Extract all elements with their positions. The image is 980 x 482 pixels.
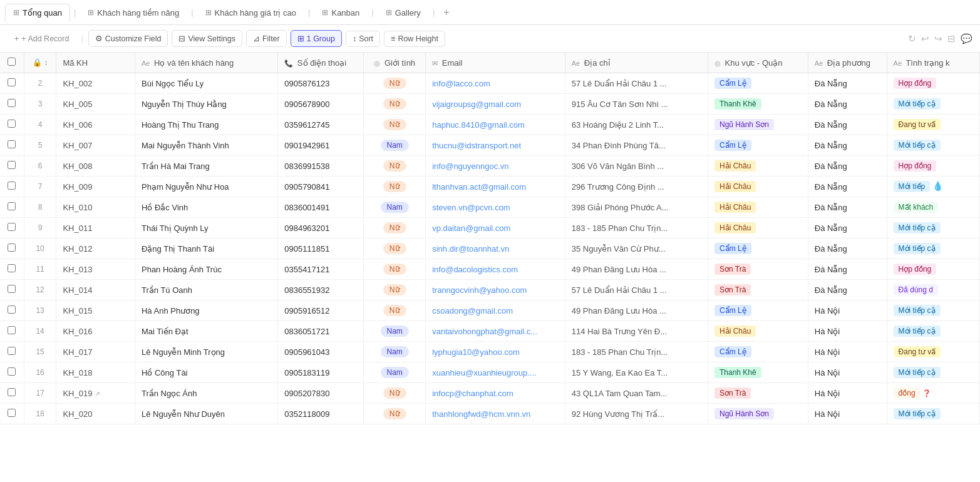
row-checkbox[interactable] — [8, 161, 16, 169]
th-dia-chi[interactable]: Ae Địa chỉ — [565, 53, 708, 73]
tab-tong-quan[interactable]: ⊞ Tổng quan — [5, 4, 70, 21]
gender-badge: Nữ — [383, 284, 406, 295]
email-link[interactable]: thucnu@idstransport.net — [432, 141, 521, 150]
row-checkbox[interactable] — [8, 182, 16, 190]
row-checkbox[interactable] — [8, 326, 16, 334]
row-checkbox[interactable] — [8, 305, 16, 314]
tab-khach-hang-tiem-nang[interactable]: ⊞ Khách hàng tiềm năng — [80, 4, 187, 21]
email-link[interactable]: lyphugia10@yahoo.com — [432, 347, 520, 357]
cell-gioi-tinh: Nữ — [364, 280, 426, 300]
cell-khu-vuc: Ngũ Hành Sơn — [708, 404, 808, 424]
cell-ho-ten: Nguyễn Thị Thúy Hằng — [135, 94, 277, 115]
cell-dia-chi: 915 Âu Cơ Tân Sơn Nhì ... — [565, 94, 708, 115]
group-icon: ⊞ — [297, 34, 304, 43]
row-checkbox[interactable] — [8, 285, 16, 293]
row-checkbox[interactable] — [8, 99, 16, 107]
th-sdt[interactable]: 📞 Số điện thoại — [278, 53, 364, 73]
group-button[interactable]: ⊞ 1 Group — [291, 30, 342, 47]
add-icon: + — [14, 34, 19, 43]
row-checkbox[interactable] — [8, 264, 16, 272]
cell-dia-phuong: Hà Nội — [808, 383, 887, 404]
status-badge: Mới tiếp cậ — [894, 367, 941, 378]
email-link[interactable]: vp.daitan@gmail.com — [432, 223, 510, 233]
gender-badge: Nam — [381, 140, 409, 151]
th-ma-kh[interactable]: Mã KH — [56, 53, 135, 73]
cell-email: haphuc.8410@gmail.com — [426, 115, 565, 135]
email-link[interactable]: tranngocvinh@yahoo.com — [432, 285, 527, 295]
th-khu-vuc[interactable]: ◎ Khu vực - Quận — [708, 53, 808, 73]
cell-ho-ten: Lê Nguyễn Minh Trọng — [135, 342, 277, 362]
cell-sdt: 0905790841 — [278, 177, 364, 197]
status-badge: Mất khách — [894, 202, 939, 213]
cell-email: lthanhvan.act@gmail.com — [426, 177, 565, 197]
th-email[interactable]: ✉ Email — [426, 53, 565, 73]
email-link[interactable]: lthanhvan.act@gmail.com — [432, 182, 526, 192]
email-link[interactable]: sinh.dir@toannhat.vn — [432, 244, 509, 254]
email-link[interactable]: vijaigroupsg@gmail.com — [432, 100, 521, 109]
th-tinh-trang[interactable]: Ae Tình trạng k — [887, 53, 979, 73]
cell-dia-chi: 49 Phan Đăng Lưu Hòa ... — [565, 259, 708, 280]
view-settings-button[interactable]: ⊟ View Settings — [172, 30, 242, 47]
row-checkbox[interactable] — [8, 120, 16, 128]
th-gioi-tinh[interactable]: ◎ Giới tính — [364, 53, 426, 73]
th-ho-ten[interactable]: Ae Họ và tên khách hàng — [135, 53, 277, 73]
email-link[interactable]: info@nguyenngoc.vn — [432, 162, 508, 171]
cell-gioi-tinh: Nam — [364, 135, 426, 156]
cell-ho-ten: Phạm Nguyễn Như Hoa — [135, 177, 277, 197]
row-checkbox[interactable] — [8, 223, 16, 231]
cell-khu-vuc: Cẩm Lệ — [708, 135, 808, 156]
tab-bar: ⊞ Tổng quan | ⊞ Khách hàng tiềm năng | ⊞… — [0, 0, 980, 25]
tab-khach-hang-gia-tri-cao[interactable]: ⊞ Khách hàng giá trị cao — [197, 4, 304, 21]
undo-icon[interactable]: ↩ — [921, 33, 929, 44]
tab-kanban[interactable]: ⊞ Kanban — [314, 4, 368, 21]
tab-add-icon[interactable]: + — [438, 7, 454, 18]
email-link[interactable]: csoadong@gmail.com — [432, 306, 513, 315]
th-dia-phuong[interactable]: Ae Địa phương — [808, 53, 887, 73]
tab-gallery[interactable]: ⊞ Gallery — [378, 4, 429, 21]
row-checkbox[interactable] — [8, 388, 16, 396]
cell-rownum: 3 — [24, 94, 56, 115]
comment-icon[interactable]: 💬 — [961, 33, 972, 44]
add-record-button[interactable]: + + Add Record — [8, 31, 76, 47]
email-link[interactable]: vantaivohongphat@gmail.c... — [432, 327, 537, 336]
select-all-checkbox[interactable] — [8, 58, 16, 66]
row-checkbox[interactable] — [8, 347, 16, 355]
cell-rownum: 8 — [24, 197, 56, 218]
th-gioi-tinh-label: Giới tính — [384, 58, 415, 68]
email-link[interactable]: infocp@chanphat.com — [432, 389, 513, 398]
cell-tinh-trang: đồng ❓ — [887, 383, 979, 404]
filter-button[interactable]: ⊿ Filter — [246, 30, 287, 47]
status-badge: Hợp đồng — [894, 160, 937, 172]
refresh-icon[interactable]: ↻ — [908, 33, 916, 44]
customize-field-button[interactable]: ⚙ Customize Field — [88, 30, 168, 47]
row-checkbox[interactable] — [8, 367, 16, 376]
cell-rownum: 7 — [24, 177, 56, 197]
cell-dia-phuong: Đà Nẵng — [808, 238, 887, 259]
email-link[interactable]: steven.vn@pcvn.com — [432, 203, 510, 212]
redo-icon[interactable]: ↪ — [934, 33, 942, 44]
settings-icon: ⊟ — [178, 34, 185, 43]
row-checkbox[interactable] — [8, 78, 16, 86]
cell-khu-vuc: Thanh Khê — [708, 362, 808, 383]
gender-badge: Nữ — [383, 408, 406, 419]
cell-khu-vuc: Cẩm Lệ — [708, 300, 808, 321]
email-link[interactable]: xuanhieu@xuanhieugroup.... — [432, 368, 536, 377]
cell-checkbox — [0, 321, 24, 342]
cell-gioi-tinh: Nam — [364, 321, 426, 342]
search-icon[interactable]: ⊟ — [947, 33, 956, 44]
email-link[interactable]: info@lacco.com — [432, 79, 490, 88]
cell-tinh-trang: Mới tiếp cậ — [887, 135, 979, 156]
email-link[interactable]: thanhlongfwd@hcm.vnn.vn — [432, 409, 530, 419]
row-checkbox[interactable] — [8, 202, 16, 210]
row-checkbox[interactable] — [8, 244, 16, 252]
cell-checkbox — [0, 197, 24, 218]
row-height-button[interactable]: ≡ Row Height — [384, 31, 445, 47]
sort-button[interactable]: ↕ Sort — [346, 31, 380, 47]
cell-sdt: 0836991538 — [278, 156, 364, 177]
row-checkbox[interactable] — [8, 409, 16, 417]
row-checkbox[interactable] — [8, 140, 16, 148]
email-link[interactable]: info@dacologistics.com — [432, 265, 518, 274]
email-link[interactable]: haphuc.8410@gmail.com — [432, 120, 525, 130]
cell-ma-kh: KH_011 — [56, 218, 135, 238]
cell-ma-kh: KH_010 — [56, 197, 135, 218]
